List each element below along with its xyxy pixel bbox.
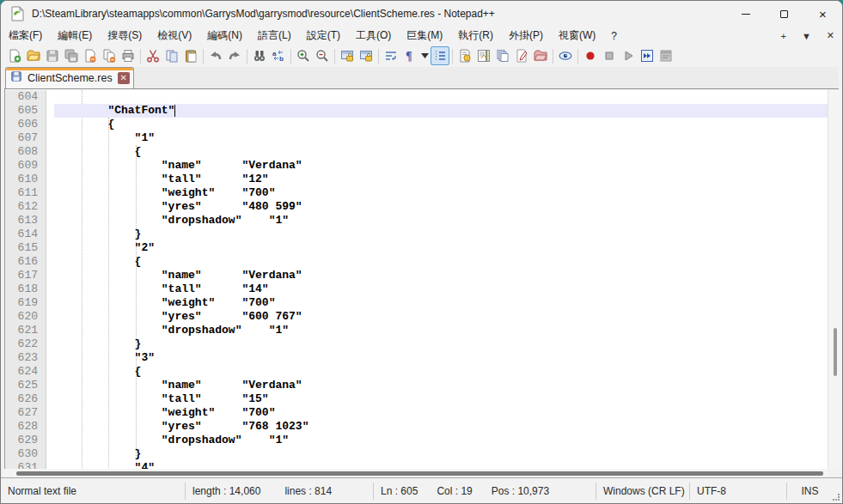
- code-line[interactable]: 622 }: [5, 337, 828, 351]
- macro-stop-icon[interactable]: [600, 46, 619, 65]
- menu-bar: 檔案(F)編輯(E)搜尋(S)檢視(V)編碼(N)語言(L)設定(T)工具(O)…: [1, 27, 842, 45]
- resize-grip[interactable]: [833, 494, 840, 501]
- macro-play-icon[interactable]: [619, 46, 638, 65]
- tab-clientscheme[interactable]: ClientScheme.res ✕: [5, 67, 134, 88]
- menu-item[interactable]: 外掛(P): [501, 27, 551, 45]
- minimize-button[interactable]: [726, 1, 765, 27]
- tab-list-dropdown-icon[interactable]: ▼: [794, 31, 819, 41]
- copy-icon[interactable]: [162, 46, 181, 65]
- code-line[interactable]: 613 "dropshadow" "1": [5, 214, 828, 228]
- menubar-close-icon[interactable]: ✕: [819, 30, 842, 41]
- code-line[interactable]: 617 "name" "Verdana": [5, 269, 828, 282]
- cut-icon[interactable]: [144, 46, 162, 65]
- edit-marker-icon[interactable]: [512, 46, 531, 65]
- code-line[interactable]: 615 "2": [5, 241, 828, 255]
- function-list-icon[interactable]: [455, 46, 474, 65]
- code-line[interactable]: 618 "tall" "14": [5, 282, 828, 296]
- document-map-icon[interactable]: [474, 46, 493, 65]
- menu-item[interactable]: 搜尋(S): [100, 27, 150, 45]
- file-monitoring-eye-icon[interactable]: [556, 46, 575, 65]
- menu-item[interactable]: 設定(T): [299, 27, 348, 45]
- maximize-button[interactable]: [765, 1, 803, 27]
- line-number: 620: [5, 310, 46, 324]
- code-line[interactable]: 610 "tall" "12": [5, 173, 828, 186]
- show-all-characters-dropdown-icon[interactable]: [419, 46, 431, 65]
- menu-item[interactable]: 執行(R): [450, 27, 501, 45]
- word-wrap-icon[interactable]: [382, 46, 400, 65]
- menu-item[interactable]: ?: [603, 28, 625, 44]
- menu-item[interactable]: 編碼(N): [199, 27, 250, 45]
- show-indent-guide-icon[interactable]: [431, 46, 449, 65]
- close-all-icon[interactable]: [100, 46, 119, 65]
- code-line[interactable]: 623 "3": [5, 351, 828, 365]
- code-line[interactable]: 626 "tall" "15": [5, 392, 828, 406]
- open-file-icon[interactable]: [24, 46, 43, 65]
- vertical-scrollbar[interactable]: [828, 89, 841, 469]
- undo-icon[interactable]: [206, 46, 225, 65]
- code-line[interactable]: 625 "name" "Verdana": [5, 379, 828, 392]
- line-number: 624: [5, 365, 46, 379]
- notepadpp-window: D:\SteamLibrary\steamapps\common\GarrysM…: [0, 0, 843, 504]
- line-number: 619: [5, 296, 46, 310]
- code-line[interactable]: 609 "name" "Verdana": [5, 159, 828, 173]
- sync-horizontal-scroll-icon[interactable]: [357, 46, 376, 65]
- document-list-icon[interactable]: [493, 46, 512, 65]
- menu-item[interactable]: 工具(O): [348, 27, 399, 45]
- menu-item[interactable]: 語言(L): [250, 27, 299, 45]
- line-text: "name" "Verdana": [54, 269, 828, 282]
- code-line[interactable]: 630 }: [5, 447, 828, 461]
- menu-item[interactable]: 編輯(E): [50, 27, 100, 45]
- paste-icon[interactable]: [181, 46, 200, 65]
- code-line[interactable]: 624 {: [5, 365, 828, 379]
- close-button[interactable]: ×: [803, 1, 842, 27]
- horizontal-scrollbar-thumb[interactable]: [16, 471, 823, 476]
- save-all-icon[interactable]: [62, 46, 81, 65]
- bookmark-margin: [46, 310, 54, 324]
- line-text: "dropshadow" "1": [54, 214, 828, 228]
- code-line[interactable]: 608 {: [5, 145, 828, 159]
- replace-icon[interactable]: ab: [269, 46, 288, 65]
- menu-item[interactable]: 檢視(V): [150, 27, 199, 45]
- line-number: 622: [5, 337, 46, 351]
- bookmark-margin: [46, 228, 54, 241]
- show-all-characters-icon[interactable]: ¶: [400, 46, 419, 65]
- code-line[interactable]: 606 {: [5, 118, 828, 131]
- menu-item[interactable]: 視窗(W): [551, 27, 603, 45]
- code-line[interactable]: 628 "yres" "768 1023": [5, 420, 828, 434]
- code-line[interactable]: 616 {: [5, 255, 828, 269]
- svg-text:b: b: [279, 55, 284, 63]
- code-line[interactable]: 604: [5, 90, 828, 104]
- tab-plus-icon[interactable]: +: [773, 31, 793, 41]
- vertical-scrollbar-thumb[interactable]: [834, 328, 837, 376]
- find-icon[interactable]: [250, 46, 269, 65]
- menu-item[interactable]: 檔案(F): [1, 27, 50, 45]
- zoom-out-icon[interactable]: [313, 46, 332, 65]
- code-line[interactable]: 614 }: [5, 228, 828, 241]
- print-icon[interactable]: [119, 46, 137, 65]
- code-line[interactable]: 621 "dropshadow" "1": [5, 324, 828, 337]
- code-line[interactable]: 619 "weight" "700": [5, 296, 828, 310]
- status-cursor-position: Ln : 605 Col : 19 Pos : 10,973: [374, 485, 596, 497]
- code-line[interactable]: 611 "weight" "700": [5, 186, 828, 200]
- code-line[interactable]: 620 "yres" "600 767": [5, 310, 828, 324]
- zoom-in-icon[interactable]: [294, 46, 313, 65]
- code-line[interactable]: 629 "dropshadow" "1": [5, 434, 828, 447]
- sync-vertical-scroll-icon[interactable]: [338, 46, 357, 65]
- app-icon: [9, 6, 25, 21]
- folder-as-workspace-icon[interactable]: [531, 46, 550, 65]
- code-editor[interactable]: 604 605 "ChatFont" 606 {: [4, 89, 828, 469]
- macro-save-icon[interactable]: [657, 46, 675, 65]
- macro-record-icon[interactable]: [581, 46, 600, 65]
- new-file-icon[interactable]: [5, 46, 24, 65]
- code-line[interactable]: 612 "yres" "480 599": [5, 200, 828, 214]
- code-line[interactable]: 631 "4": [5, 461, 828, 469]
- code-line[interactable]: 607 "1": [5, 131, 828, 145]
- tab-close-icon[interactable]: ✕: [118, 72, 130, 84]
- code-line[interactable]: 605 "ChatFont": [5, 104, 828, 118]
- menu-item[interactable]: 巨集(M): [399, 27, 450, 45]
- macro-run-multiple-icon[interactable]: [638, 46, 657, 65]
- close-file-icon[interactable]: [81, 46, 100, 65]
- save-icon[interactable]: [43, 46, 62, 65]
- code-line[interactable]: 627 "weight" "700": [5, 406, 828, 420]
- redo-icon[interactable]: [225, 46, 244, 65]
